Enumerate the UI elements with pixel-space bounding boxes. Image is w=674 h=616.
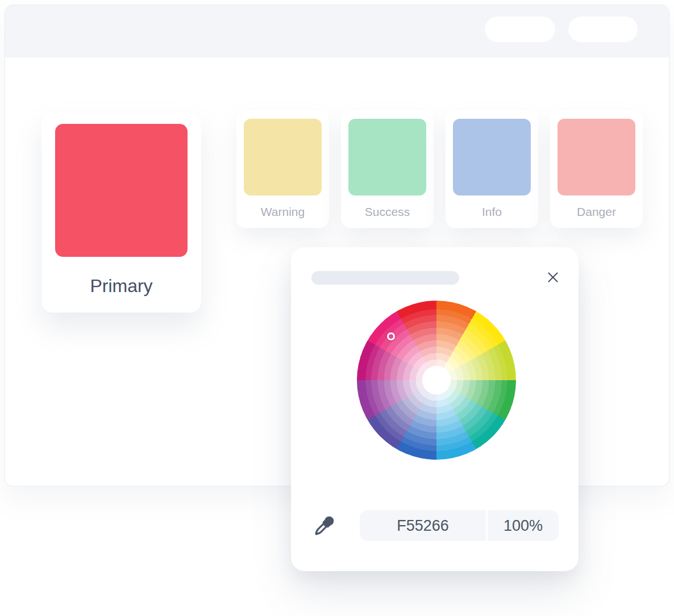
close-icon (547, 272, 559, 283)
color-picker-modal: F55266 100% (291, 247, 579, 571)
header-placeholder-button-2[interactable] (568, 16, 638, 42)
close-button[interactable] (547, 271, 559, 284)
swatch-card-info[interactable]: Info (446, 111, 538, 228)
eyedropper-icon (310, 514, 336, 540)
color-wheel-selector-handle[interactable] (387, 332, 395, 340)
danger-color-swatch[interactable] (557, 119, 635, 195)
swatch-card-warning[interactable]: Warning (236, 111, 329, 228)
hex-value-input[interactable]: F55266 (360, 510, 486, 541)
warning-color-swatch[interactable] (244, 119, 322, 195)
info-color-label: Info (446, 205, 538, 219)
danger-color-label: Danger (550, 205, 643, 219)
picker-footer: F55266 100% (291, 510, 579, 541)
opacity-value-input[interactable]: 100% (488, 510, 559, 541)
info-color-swatch[interactable] (453, 119, 531, 195)
header-placeholder-button-1[interactable] (485, 16, 555, 42)
color-wheel-rings-overlay (357, 301, 516, 460)
color-value-fields: F55266 100% (360, 510, 559, 541)
window-header (5, 5, 669, 57)
swatch-card-danger[interactable]: Danger (550, 111, 643, 228)
page: Primary Warning Success Info Danger (0, 0, 674, 616)
primary-color-swatch[interactable] (55, 124, 188, 257)
success-color-label: Success (341, 205, 434, 219)
modal-title-placeholder (311, 271, 459, 285)
success-color-swatch[interactable] (348, 119, 426, 195)
warning-color-label: Warning (236, 205, 329, 219)
swatch-card-success[interactable]: Success (341, 111, 434, 228)
primary-color-card[interactable]: Primary (41, 113, 201, 313)
eyedropper-button[interactable] (310, 514, 336, 540)
color-wheel[interactable] (357, 301, 516, 460)
primary-color-label: Primary (41, 276, 201, 297)
